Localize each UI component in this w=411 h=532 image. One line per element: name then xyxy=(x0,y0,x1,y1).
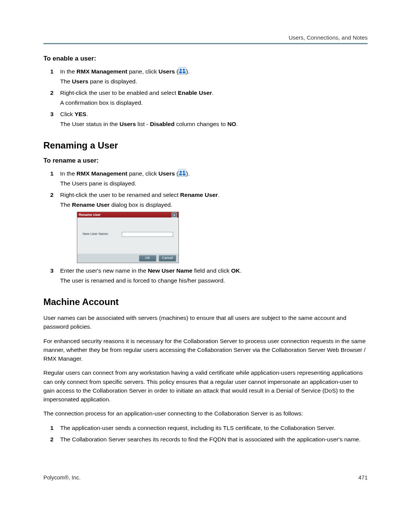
text: . xyxy=(218,192,219,198)
text: . xyxy=(240,267,242,274)
enable-step-2: 2 Right-click the user to be enabled and… xyxy=(43,88,368,107)
text: column changes to xyxy=(175,121,228,127)
machine-step-2: 2 The Collaboration Server searches its … xyxy=(43,435,368,444)
procedure-title-rename: To rename a user: xyxy=(43,157,368,165)
text: Right-click the user to be enabled and s… xyxy=(60,89,178,96)
text: A confirmation box is displayed. xyxy=(60,98,368,107)
text: The xyxy=(60,201,72,208)
text: pane, click xyxy=(127,170,159,177)
text: The User status in the xyxy=(60,121,119,127)
paragraph: For enhanced security reasons it is nece… xyxy=(43,337,368,363)
running-head: Users, Connections, and Notes xyxy=(43,34,368,41)
text: dialog box is displayed. xyxy=(110,201,172,208)
paragraph: Regular users can connect from any works… xyxy=(43,368,368,404)
text: The application-user sends a connection … xyxy=(60,423,368,433)
text: The xyxy=(60,78,72,85)
machine-step-1: 1 The application-user sends a connectio… xyxy=(43,423,368,433)
step-number: 1 xyxy=(50,423,54,433)
dialog-title-text: Rename User xyxy=(79,212,101,217)
step-number: 1 xyxy=(50,169,54,178)
heading-renaming: Renaming a User xyxy=(43,140,368,151)
footer-page-number: 471 xyxy=(358,474,368,481)
users-icon xyxy=(178,169,186,177)
text: ). xyxy=(186,68,190,75)
text-bold: YES xyxy=(75,111,86,117)
text: The Collaboration Server searches its re… xyxy=(60,435,368,444)
text-bold: New User Name xyxy=(148,267,192,274)
text: pane is displayed. xyxy=(88,78,137,85)
text-bold: Users xyxy=(158,170,175,177)
heading-machine-account: Machine Account xyxy=(43,297,368,307)
enable-steps: 1 In the RMX Management pane, click User… xyxy=(43,67,368,129)
text: . xyxy=(236,121,238,127)
text: . xyxy=(212,89,213,96)
text: pane, click xyxy=(127,68,159,75)
text: Enter the user's new name in the xyxy=(60,267,148,274)
step-number: 3 xyxy=(50,266,54,275)
page: Users, Connections, and Notes To enable … xyxy=(0,0,411,503)
text: In the xyxy=(60,170,76,177)
text: list - xyxy=(136,121,150,127)
users-icon xyxy=(178,67,186,75)
rename-steps: 1 In the RMX Management pane, click User… xyxy=(43,169,368,285)
paragraph: User names can be associated with server… xyxy=(43,313,368,331)
text: Right-click the user to be renamed and s… xyxy=(60,192,180,198)
text-bold: Rename User xyxy=(72,201,110,208)
rename-step-1: 1 In the RMX Management pane, click User… xyxy=(43,169,368,188)
dialog-button-row: OK Cancel xyxy=(77,254,178,263)
machine-steps: 1 The application-user sends a connectio… xyxy=(43,423,368,444)
page-footer: Polycom®, Inc. 471 xyxy=(43,474,368,481)
text-bold: Enable User xyxy=(178,89,212,96)
step-number: 2 xyxy=(50,435,54,444)
text-bold: Disabled xyxy=(150,121,175,127)
rename-user-dialog-figure: Rename User x New User Name: OK Cancel xyxy=(77,212,368,263)
text-bold: RMX Management xyxy=(76,68,127,75)
text-bold: Users xyxy=(158,68,175,75)
rename-step-3: 3 Enter the user's new name in the New U… xyxy=(43,266,368,285)
text-bold: Users xyxy=(72,78,88,85)
close-icon[interactable]: x xyxy=(172,212,177,217)
text: The Users pane is displayed. xyxy=(60,179,368,188)
text-bold: Users xyxy=(119,121,136,127)
paragraph: The connection process for an applicatio… xyxy=(43,409,368,418)
text: . xyxy=(86,111,88,117)
procedure-title-enable: To enable a user: xyxy=(43,55,368,62)
text: ). xyxy=(186,170,190,177)
header-rule xyxy=(43,43,368,44)
text-bold: NO xyxy=(227,121,236,127)
text: Click xyxy=(60,111,75,117)
step-number: 3 xyxy=(50,110,54,119)
cancel-button[interactable]: Cancel xyxy=(159,255,176,262)
enable-step-1: 1 In the RMX Management pane, click User… xyxy=(43,67,368,86)
rename-user-dialog: Rename User x New User Name: OK Cancel xyxy=(77,212,179,263)
ok-button[interactable]: OK xyxy=(139,255,156,262)
text: ( xyxy=(175,170,178,177)
new-user-name-label: New User Name: xyxy=(83,232,109,237)
text: In the xyxy=(60,68,76,75)
step-number: 2 xyxy=(50,190,54,200)
dialog-titlebar: Rename User x xyxy=(77,212,178,217)
step-number: 2 xyxy=(50,88,54,97)
text-bold: RMX Management xyxy=(76,170,127,177)
new-user-name-input[interactable] xyxy=(122,232,173,237)
rename-step-2: 2 Right-click the user to be renamed and… xyxy=(43,190,368,263)
step-number: 1 xyxy=(50,67,54,76)
text: field and click xyxy=(193,267,231,274)
text: ( xyxy=(175,68,178,75)
text-bold: OK xyxy=(231,267,240,274)
footer-company: Polycom®, Inc. xyxy=(43,474,81,481)
enable-step-3: 3 Click YES. The User status in the User… xyxy=(43,110,368,129)
text-bold: Rename User xyxy=(180,192,218,198)
text: The user is renamed and is forced to cha… xyxy=(60,276,368,285)
dialog-body: New User Name: xyxy=(77,217,178,254)
